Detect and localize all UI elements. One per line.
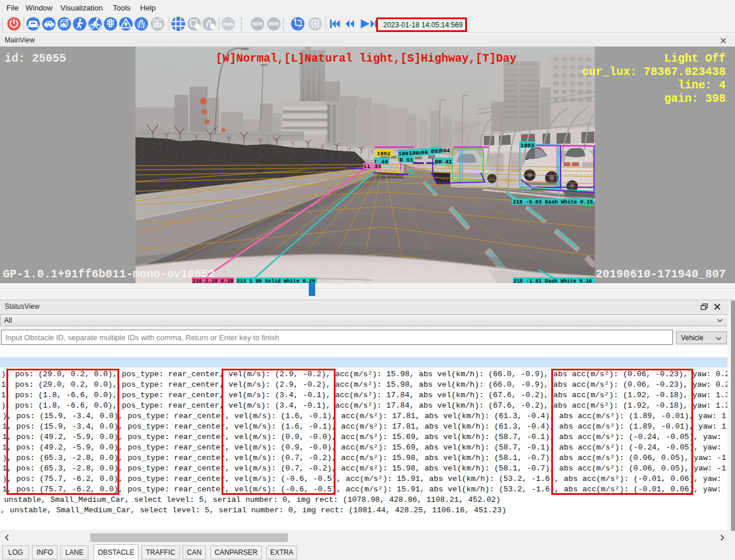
svg-text:HFB: HFB: [269, 21, 279, 27]
svg-text:RAW: RAW: [223, 22, 234, 27]
svg-text:NFB: NFB: [252, 21, 262, 27]
